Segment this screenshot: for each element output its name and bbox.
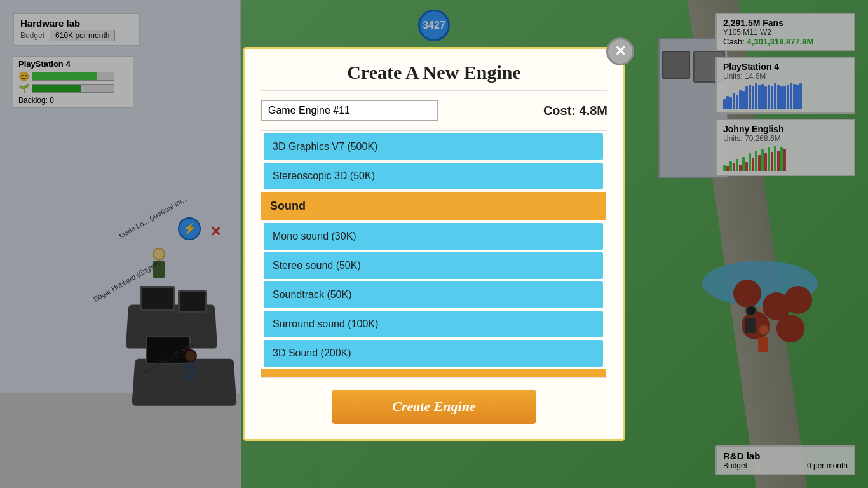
feature-list[interactable]: 3D Graphics V7 (500K)Stereoscopic 3D (50… [261,131,607,377]
modal-divider [261,90,607,91]
modal-cost: Cost: 4.8M [543,104,607,118]
feature-item[interactable]: 3D Sound (200K) [264,340,603,367]
modal-title: Create A New Engine [261,62,607,83]
modal-close-button[interactable]: ✕ [606,37,634,65]
feature-category: Multiplayer [261,369,606,377]
create-engine-modal: ✕ Create A New Engine Cost: 4.8M 3D Grap… [243,47,625,441]
feature-item[interactable]: 3D Graphics V7 (500K) [264,133,603,160]
engine-name-input[interactable] [261,100,438,121]
feature-item[interactable]: Stereoscopic 3D (50K) [264,163,603,189]
feature-item[interactable]: Surround sound (100K) [264,311,603,337]
feature-item[interactable]: Soundtrack (50K) [264,281,603,308]
feature-item[interactable]: Stereo sound (50K) [264,252,603,279]
feature-item[interactable]: Mono sound (30K) [264,223,603,250]
feature-category: Sound [261,192,606,220]
modal-name-row: Cost: 4.8M [261,100,607,121]
create-engine-button[interactable]: Create Engine [332,390,536,424]
feature-list-container: 3D Graphics V7 (500K)Stereoscopic 3D (50… [261,130,607,378]
